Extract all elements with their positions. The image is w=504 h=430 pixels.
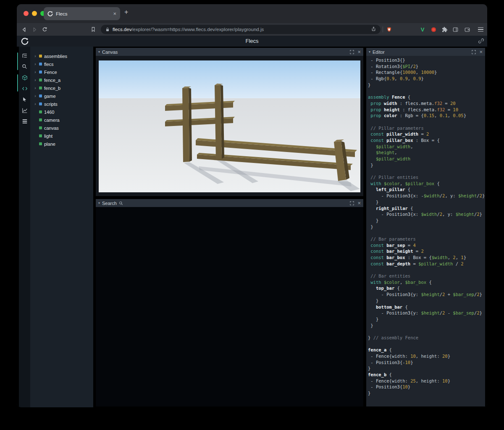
chevron-right-icon[interactable]: › [34,94,37,98]
code-line: - Position3{} [368,57,485,63]
search-icon[interactable] [21,63,28,70]
back-button[interactable] [20,25,28,34]
canvas-panel-header[interactable]: ▾ Canvas × [96,48,363,56]
center-column: ▾ Canvas × [96,47,363,407]
code-line: fence_a { [368,347,485,353]
code-line: - Position3{x: $width/2, y: $height/2} [368,211,485,218]
new-tab-button[interactable]: + [124,8,128,16]
tree-item-fence_b[interactable]: ›fence_b [30,84,93,92]
fence-scene [99,60,360,192]
tree-item-light[interactable]: light [30,132,93,140]
search-panel: ▾ Search × [96,199,363,406]
code-line: assembly Fence { [368,94,485,100]
url-text: flecs.dev/explorer/?wasm=https://www.fle… [113,27,264,32]
red-dot-extension-icon[interactable] [429,25,438,34]
reload-button[interactable] [40,25,49,34]
chevron-down-icon[interactable]: ▾ [98,202,100,205]
brave-shield-icon[interactable] [385,25,393,34]
code-line [368,119,485,125]
canvas-panel-body [96,56,363,196]
close-icon[interactable]: × [357,49,361,55]
tree-item-Fence[interactable]: ›Fence [30,68,93,76]
close-icon[interactable]: × [357,200,361,206]
url-bar[interactable]: flecs.dev/explorer/?wasm=https://www.fle… [101,25,381,34]
close-window-button[interactable] [24,11,29,16]
code-line: $pillar_width [368,156,485,162]
toolbar-separator [383,26,383,32]
3d-viewport[interactable] [99,60,360,192]
tree-item-1460[interactable]: 1460 [30,108,93,116]
code-line: - Rotation3{$PI/2} [368,63,485,70]
code-line: } // assembly Fence [368,335,485,341]
fullscreen-icon[interactable] [472,48,476,56]
chevron-right-icon[interactable]: › [34,86,37,90]
code-line: - Position3{y: $height/2 - $bar_sep/2} [368,310,485,316]
module-swatch [39,63,42,66]
screen: Flecs × + flecs.dev/explorer/?wasm=https… [0,0,504,430]
search-panel-header[interactable]: ▾ Search × [96,199,363,207]
tree-item-plane[interactable]: plane [30,140,93,148]
forward-button[interactable] [30,25,39,34]
code-line: - Rgb{0.9, 0.9, 0.9} [368,76,485,82]
chevron-right-icon[interactable]: › [34,102,37,106]
browser-tab[interactable]: Flecs × [44,7,120,20]
tree-item-fence_a[interactable]: ›fence_a [30,76,93,84]
tree-item-canvas[interactable]: canvas [30,124,93,132]
code-line: - Fence{width: 10, height: 20} [368,353,485,359]
wallet-icon[interactable] [463,25,471,34]
editor-panel-header[interactable]: ▾ Editor × [366,48,485,56]
tab-title: Flecs [56,11,67,16]
chart-icon[interactable] [21,107,28,113]
close-icon[interactable]: × [479,49,483,55]
active-indicator [17,52,18,70]
chevron-right-icon[interactable]: › [34,54,37,58]
code-line: prop color : Rgb = {0.15, 0.1, 0.05} [368,113,485,119]
chevron-down-icon[interactable]: ▾ [98,50,100,54]
tab-close-icon[interactable]: × [113,11,116,16]
code-line: prop width : flecs.meta.f32 = 20 [368,100,485,107]
canvas-panel: ▾ Canvas × [96,48,363,196]
minimize-window-button[interactable] [32,11,37,16]
menu-icon[interactable] [476,25,485,34]
chevron-down-icon[interactable]: ▾ [369,50,370,54]
code-line: // Pillar entities [368,174,485,181]
code-line: } [368,199,485,205]
tree-item-label: plane [44,142,55,147]
tree-item-assemblies[interactable]: ›assemblies [30,52,93,60]
entity-swatch [39,87,42,89]
code-line: } [368,390,485,396]
fullscreen-icon[interactable] [350,199,354,207]
cube-icon[interactable] [21,74,28,81]
chevron-right-icon[interactable]: › [34,62,37,66]
traffic-lights [24,11,45,16]
chevron-right-icon[interactable]: › [34,70,37,74]
module-swatch [39,94,42,97]
tree-item-camera[interactable]: camera [30,116,93,124]
entity-swatch [39,126,42,129]
code-icon[interactable] [21,85,28,92]
outline-tree-icon[interactable] [21,52,28,59]
code-line: } [368,322,485,329]
tree-item-label: camera [44,118,60,123]
share-icon[interactable] [371,26,376,33]
tree-item-scripts[interactable]: ›scripts [30,100,93,108]
fullscreen-icon[interactable] [350,48,354,56]
code-line: - Position3{10} [368,384,485,390]
bookmark-icon[interactable] [89,25,97,34]
code-line: - Position3{x: -$width/2, y: $height/2} [368,193,485,199]
cursor-icon[interactable] [21,96,28,102]
chevron-right-icon[interactable]: › [34,78,37,82]
code-line [368,267,485,273]
sidebar-toggle-icon[interactable] [451,25,459,34]
memory-icon[interactable] [21,118,28,124]
extensions-puzzle-icon[interactable] [440,25,449,34]
tree-item-flecs[interactable]: ›flecs [30,60,93,68]
code-line: fence_b { [368,372,485,378]
editor-code[interactable]: - Position3{} - Rotation3{$PI/2} - Recta… [366,56,485,406]
v-extension-icon[interactable]: V [418,25,427,34]
tree-item-game[interactable]: ›game [30,92,93,100]
tree-item-label: flecs [44,62,54,67]
url-path: /explorer/?wasm=https://www.flecs.dev/ex… [131,27,264,32]
link-icon[interactable] [478,38,485,45]
tree-item-label: light [44,134,52,139]
